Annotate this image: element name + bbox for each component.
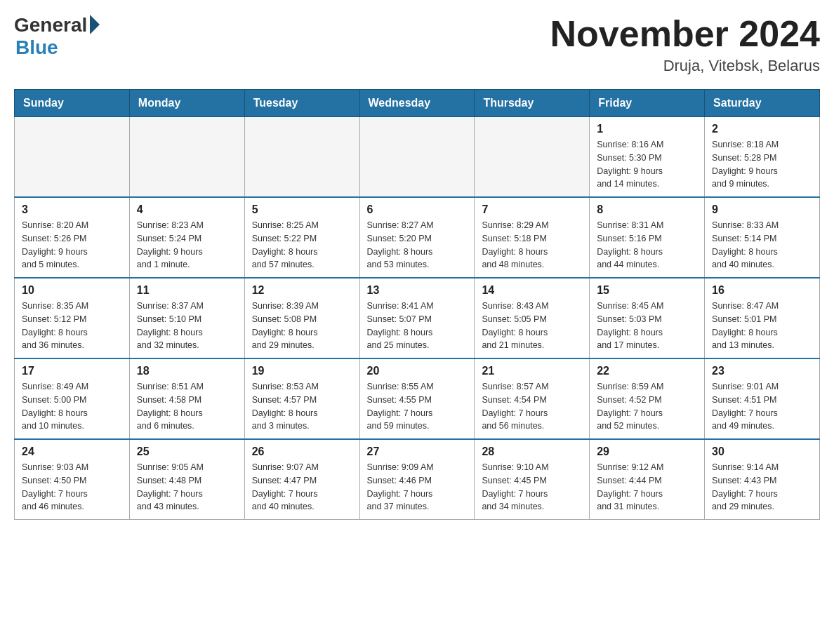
weekday-header-monday: Monday xyxy=(129,90,244,117)
calendar-cell: 20Sunrise: 8:55 AM Sunset: 4:55 PM Dayli… xyxy=(359,358,475,439)
day-number: 1 xyxy=(597,123,697,135)
calendar-cell: 11Sunrise: 8:37 AM Sunset: 5:10 PM Dayli… xyxy=(129,278,244,358)
day-number: 13 xyxy=(367,284,468,297)
day-info: Sunrise: 9:10 AM Sunset: 4:45 PM Dayligh… xyxy=(482,461,582,514)
day-info: Sunrise: 9:05 AM Sunset: 4:48 PM Dayligh… xyxy=(137,461,237,514)
day-number: 26 xyxy=(252,445,352,458)
day-info: Sunrise: 9:03 AM Sunset: 4:50 PM Dayligh… xyxy=(22,461,122,514)
day-number: 14 xyxy=(482,284,582,297)
day-number: 23 xyxy=(712,365,812,377)
day-info: Sunrise: 9:09 AM Sunset: 4:46 PM Dayligh… xyxy=(367,461,468,514)
weekday-header-sunday: Sunday xyxy=(15,90,130,117)
day-number: 12 xyxy=(252,284,352,297)
day-number: 17 xyxy=(22,365,122,377)
calendar-cell: 14Sunrise: 8:43 AM Sunset: 5:05 PM Dayli… xyxy=(475,278,590,358)
calendar-cell: 18Sunrise: 8:51 AM Sunset: 4:58 PM Dayli… xyxy=(129,358,244,439)
day-info: Sunrise: 8:33 AM Sunset: 5:14 PM Dayligh… xyxy=(712,219,812,271)
day-number: 9 xyxy=(712,203,812,216)
day-info: Sunrise: 9:12 AM Sunset: 4:44 PM Dayligh… xyxy=(597,461,697,514)
day-number: 6 xyxy=(367,203,468,216)
calendar-cell: 29Sunrise: 9:12 AM Sunset: 4:44 PM Dayli… xyxy=(590,439,705,520)
day-number: 30 xyxy=(712,445,812,458)
day-number: 16 xyxy=(712,284,812,297)
day-info: Sunrise: 8:45 AM Sunset: 5:03 PM Dayligh… xyxy=(597,300,697,352)
calendar-week-row: 3Sunrise: 8:20 AM Sunset: 5:26 PM Daylig… xyxy=(15,197,820,278)
logo: General Blue xyxy=(14,14,100,59)
day-info: Sunrise: 9:14 AM Sunset: 4:43 PM Dayligh… xyxy=(712,461,812,514)
day-info: Sunrise: 8:49 AM Sunset: 5:00 PM Dayligh… xyxy=(22,380,122,433)
day-number: 10 xyxy=(22,284,122,297)
day-info: Sunrise: 8:57 AM Sunset: 4:54 PM Dayligh… xyxy=(482,380,582,433)
calendar-cell: 10Sunrise: 8:35 AM Sunset: 5:12 PM Dayli… xyxy=(15,278,130,358)
calendar-cell: 12Sunrise: 8:39 AM Sunset: 5:08 PM Dayli… xyxy=(244,278,359,358)
day-info: Sunrise: 8:37 AM Sunset: 5:10 PM Dayligh… xyxy=(137,300,237,352)
calendar-cell: 4Sunrise: 8:23 AM Sunset: 5:24 PM Daylig… xyxy=(129,197,244,278)
calendar-cell: 2Sunrise: 8:18 AM Sunset: 5:28 PM Daylig… xyxy=(705,117,820,198)
month-year-title: November 2024 xyxy=(550,14,820,54)
calendar-week-row: 24Sunrise: 9:03 AM Sunset: 4:50 PM Dayli… xyxy=(15,439,820,520)
day-info: Sunrise: 8:31 AM Sunset: 5:16 PM Dayligh… xyxy=(597,219,697,271)
day-info: Sunrise: 8:20 AM Sunset: 5:26 PM Dayligh… xyxy=(22,219,122,271)
day-number: 19 xyxy=(252,365,352,377)
day-number: 28 xyxy=(482,445,582,458)
weekday-header-tuesday: Tuesday xyxy=(244,90,359,117)
day-number: 11 xyxy=(137,284,237,297)
calendar-cell xyxy=(475,117,590,198)
day-number: 25 xyxy=(137,445,237,458)
calendar-cell: 17Sunrise: 8:49 AM Sunset: 5:00 PM Dayli… xyxy=(15,358,130,439)
day-info: Sunrise: 9:07 AM Sunset: 4:47 PM Dayligh… xyxy=(252,461,352,514)
calendar-cell: 1Sunrise: 8:16 AM Sunset: 5:30 PM Daylig… xyxy=(590,117,705,198)
calendar-cell: 26Sunrise: 9:07 AM Sunset: 4:47 PM Dayli… xyxy=(244,439,359,520)
day-number: 18 xyxy=(137,365,237,377)
day-info: Sunrise: 8:43 AM Sunset: 5:05 PM Dayligh… xyxy=(482,300,582,352)
calendar-cell: 27Sunrise: 9:09 AM Sunset: 4:46 PM Dayli… xyxy=(359,439,475,520)
day-info: Sunrise: 8:23 AM Sunset: 5:24 PM Dayligh… xyxy=(137,219,237,271)
calendar-cell: 25Sunrise: 9:05 AM Sunset: 4:48 PM Dayli… xyxy=(129,439,244,520)
page-header: General Blue November 2024 Druja, Vitebs… xyxy=(14,14,820,75)
weekday-header-friday: Friday xyxy=(590,90,705,117)
calendar-week-row: 17Sunrise: 8:49 AM Sunset: 5:00 PM Dayli… xyxy=(15,358,820,439)
calendar-cell: 8Sunrise: 8:31 AM Sunset: 5:16 PM Daylig… xyxy=(590,197,705,278)
calendar-week-row: 1Sunrise: 8:16 AM Sunset: 5:30 PM Daylig… xyxy=(15,117,820,198)
day-number: 21 xyxy=(482,365,582,377)
day-number: 5 xyxy=(252,203,352,216)
day-info: Sunrise: 8:47 AM Sunset: 5:01 PM Dayligh… xyxy=(712,300,812,352)
calendar-cell: 19Sunrise: 8:53 AM Sunset: 4:57 PM Dayli… xyxy=(244,358,359,439)
weekday-header-saturday: Saturday xyxy=(705,90,820,117)
day-number: 22 xyxy=(597,365,697,377)
calendar-cell: 28Sunrise: 9:10 AM Sunset: 4:45 PM Dayli… xyxy=(475,439,590,520)
location-subtitle: Druja, Vitebsk, Belarus xyxy=(550,57,820,75)
day-info: Sunrise: 8:41 AM Sunset: 5:07 PM Dayligh… xyxy=(367,300,468,352)
day-number: 2 xyxy=(712,123,812,135)
calendar-cell: 6Sunrise: 8:27 AM Sunset: 5:20 PM Daylig… xyxy=(359,197,475,278)
day-info: Sunrise: 8:16 AM Sunset: 5:30 PM Dayligh… xyxy=(597,138,697,191)
day-number: 29 xyxy=(597,445,697,458)
day-info: Sunrise: 8:59 AM Sunset: 4:52 PM Dayligh… xyxy=(597,380,697,433)
day-info: Sunrise: 8:27 AM Sunset: 5:20 PM Dayligh… xyxy=(367,219,468,271)
calendar-cell: 24Sunrise: 9:03 AM Sunset: 4:50 PM Dayli… xyxy=(15,439,130,520)
day-info: Sunrise: 8:25 AM Sunset: 5:22 PM Dayligh… xyxy=(252,219,352,271)
logo-arrow-icon xyxy=(90,15,100,34)
calendar-cell: 30Sunrise: 9:14 AM Sunset: 4:43 PM Dayli… xyxy=(705,439,820,520)
day-number: 8 xyxy=(597,203,697,216)
calendar-cell: 21Sunrise: 8:57 AM Sunset: 4:54 PM Dayli… xyxy=(475,358,590,439)
calendar-cell: 22Sunrise: 8:59 AM Sunset: 4:52 PM Dayli… xyxy=(590,358,705,439)
calendar-cell xyxy=(359,117,475,198)
calendar-table: SundayMondayTuesdayWednesdayThursdayFrid… xyxy=(14,89,820,520)
calendar-cell: 5Sunrise: 8:25 AM Sunset: 5:22 PM Daylig… xyxy=(244,197,359,278)
calendar-cell: 7Sunrise: 8:29 AM Sunset: 5:18 PM Daylig… xyxy=(475,197,590,278)
calendar-header-row: SundayMondayTuesdayWednesdayThursdayFrid… xyxy=(15,90,820,117)
calendar-cell xyxy=(244,117,359,198)
day-number: 20 xyxy=(367,365,468,377)
calendar-cell: 9Sunrise: 8:33 AM Sunset: 5:14 PM Daylig… xyxy=(705,197,820,278)
calendar-cell: 23Sunrise: 9:01 AM Sunset: 4:51 PM Dayli… xyxy=(705,358,820,439)
weekday-header-thursday: Thursday xyxy=(475,90,590,117)
day-info: Sunrise: 8:18 AM Sunset: 5:28 PM Dayligh… xyxy=(712,138,812,191)
day-info: Sunrise: 8:35 AM Sunset: 5:12 PM Dayligh… xyxy=(22,300,122,352)
day-number: 7 xyxy=(482,203,582,216)
day-number: 4 xyxy=(137,203,237,216)
calendar-cell: 13Sunrise: 8:41 AM Sunset: 5:07 PM Dayli… xyxy=(359,278,475,358)
calendar-cell: 16Sunrise: 8:47 AM Sunset: 5:01 PM Dayli… xyxy=(705,278,820,358)
day-number: 15 xyxy=(597,284,697,297)
day-info: Sunrise: 8:29 AM Sunset: 5:18 PM Dayligh… xyxy=(482,219,582,271)
